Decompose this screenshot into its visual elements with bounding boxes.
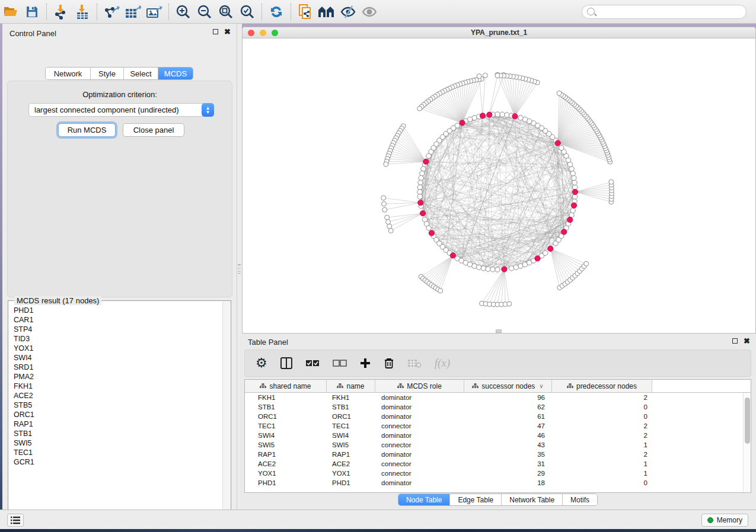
task-history-button[interactable]	[7, 514, 24, 527]
table-cell[interactable]: SWI4	[327, 432, 375, 439]
mcds-result-list[interactable]: PHD1CAR1STP4TID3YOX1SWI4SRD1PMA2FKH1ACE2…	[9, 306, 222, 519]
network-leaf-node[interactable]	[386, 220, 391, 225]
network-node[interactable]	[495, 112, 500, 117]
network-node[interactable]	[559, 145, 564, 150]
column-header-name[interactable]: name	[327, 380, 375, 392]
network-node[interactable]	[417, 185, 422, 190]
table-cell[interactable]: 35	[464, 451, 552, 458]
tab-style[interactable]: Style	[91, 68, 124, 79]
maximize-window-icon[interactable]	[272, 30, 278, 36]
table-cell[interactable]: dominator	[375, 432, 464, 439]
table-cell[interactable]: 2	[552, 451, 652, 458]
network-node[interactable]	[570, 208, 575, 213]
table-cell[interactable]: RAP1	[245, 451, 327, 458]
mcds-result-item[interactable]: PHD1	[9, 306, 222, 315]
mcds-result-item[interactable]: SWI5	[9, 438, 222, 448]
network-node[interactable]	[419, 175, 423, 180]
import-table-button[interactable]	[72, 2, 93, 21]
network-node[interactable]	[572, 180, 577, 185]
table-cell[interactable]: SWI5	[327, 441, 375, 448]
network-leaf-node[interactable]	[584, 261, 589, 266]
search-input[interactable]	[595, 8, 731, 16]
network-node[interactable]	[472, 264, 477, 268]
mcds-result-item[interactable]: ORC1	[9, 410, 222, 419]
mcds-hub-node[interactable]	[429, 230, 434, 236]
minimize-window-icon[interactable]	[260, 30, 266, 36]
table-cell[interactable]: ORC1	[327, 413, 375, 420]
network-leaf-node[interactable]	[381, 201, 386, 206]
tab-network-table[interactable]: Network Table	[502, 494, 563, 505]
mcds-result-item[interactable]: STB5	[9, 400, 222, 410]
table-cell[interactable]: dominator	[375, 394, 464, 401]
delete-column-button[interactable]	[384, 354, 394, 372]
table-cell[interactable]: 0	[552, 403, 652, 411]
table-cell[interactable]: YOX1	[327, 470, 375, 477]
network-node[interactable]	[543, 251, 548, 255]
table-row[interactable]: RAP1RAP1dominator352	[245, 450, 751, 459]
network-leaf-node[interactable]	[507, 302, 512, 306]
new-network-from-selection-button[interactable]	[295, 2, 316, 21]
mcds-hub-node[interactable]	[502, 267, 507, 272]
table-cell[interactable]: PHD1	[327, 479, 375, 486]
tab-mcds[interactable]: MCDS	[158, 68, 193, 79]
network-node[interactable]	[417, 190, 422, 194]
mcds-result-item[interactable]: SWI4	[9, 353, 222, 363]
unselect-all-columns-button[interactable]	[333, 354, 347, 372]
network-node[interactable]	[418, 180, 423, 185]
network-canvas[interactable]	[243, 39, 755, 333]
table-cell[interactable]: connector	[375, 422, 464, 430]
table-cell[interactable]: 29	[464, 470, 552, 477]
network-leaf-node[interactable]	[385, 215, 390, 220]
table-cell[interactable]: dominator	[375, 479, 464, 486]
memory-button[interactable]: Memory	[701, 514, 748, 527]
mcds-result-item[interactable]: ACE2	[9, 391, 222, 400]
table-cell[interactable]: ACE2	[327, 460, 375, 467]
tab-select[interactable]: Select	[124, 68, 158, 79]
column-header-predecessor-nodes[interactable]: predecessor nodes	[552, 380, 652, 392]
horizontal-splitter-grip[interactable]	[496, 329, 502, 333]
network-leaf-node[interactable]	[483, 73, 487, 78]
network-node[interactable]	[572, 175, 576, 180]
function-builder-button[interactable]: f(x)	[435, 354, 450, 372]
network-node[interactable]	[495, 267, 500, 272]
mcds-hub-node[interactable]	[512, 114, 518, 119]
network-node[interactable]	[490, 267, 495, 272]
export-image-button[interactable]	[143, 2, 165, 21]
mcds-hub-node[interactable]	[555, 140, 560, 146]
table-row[interactable]: TEC1TEC1connector472	[245, 421, 751, 431]
table-cell[interactable]: SWI4	[245, 432, 327, 439]
table-cell[interactable]: 1	[552, 441, 652, 448]
network-leaf-node[interactable]	[387, 224, 392, 229]
scrollbar-thumb[interactable]	[745, 398, 750, 444]
mcds-hub-node[interactable]	[418, 200, 423, 206]
table-cell[interactable]: 1	[552, 460, 652, 467]
network-node[interactable]	[518, 116, 523, 120]
float-panel-icon[interactable]	[732, 338, 738, 344]
splitter-grip[interactable]	[238, 264, 241, 274]
network-node[interactable]	[421, 166, 426, 171]
zoom-out-button[interactable]	[194, 2, 215, 21]
mcds-hub-node[interactable]	[420, 211, 425, 216]
table-cell[interactable]: connector	[375, 441, 464, 448]
close-window-icon[interactable]	[248, 30, 254, 36]
table-row[interactable]: PHD1PHD1dominator180	[245, 478, 751, 488]
show-column-panel-button[interactable]	[280, 354, 292, 372]
table-cell[interactable]: FKH1	[245, 394, 327, 401]
mcds-hub-node[interactable]	[567, 217, 573, 222]
network-node[interactable]	[509, 266, 513, 271]
mcds-result-item[interactable]: RAP1	[9, 419, 222, 429]
table-cell[interactable]: 2	[552, 394, 652, 401]
criterion-select[interactable]: largest connected component (undirected)…	[28, 103, 214, 117]
refresh-button[interactable]	[266, 2, 287, 21]
network-node[interactable]	[513, 265, 518, 270]
column-header-successor-nodes[interactable]: successor nodes∨	[464, 380, 552, 392]
delete-table-button[interactable]	[407, 354, 422, 372]
mcds-result-item[interactable]: STB1	[9, 429, 222, 438]
table-cell[interactable]: 2	[552, 432, 652, 439]
save-session-button[interactable]	[21, 2, 43, 21]
table-cell[interactable]: 31	[464, 460, 552, 467]
network-leaf-node[interactable]	[381, 196, 386, 200]
network-node[interactable]	[505, 113, 509, 117]
column-header-shared-name[interactable]: shared name	[245, 380, 327, 392]
zoom-in-button[interactable]	[173, 2, 194, 21]
